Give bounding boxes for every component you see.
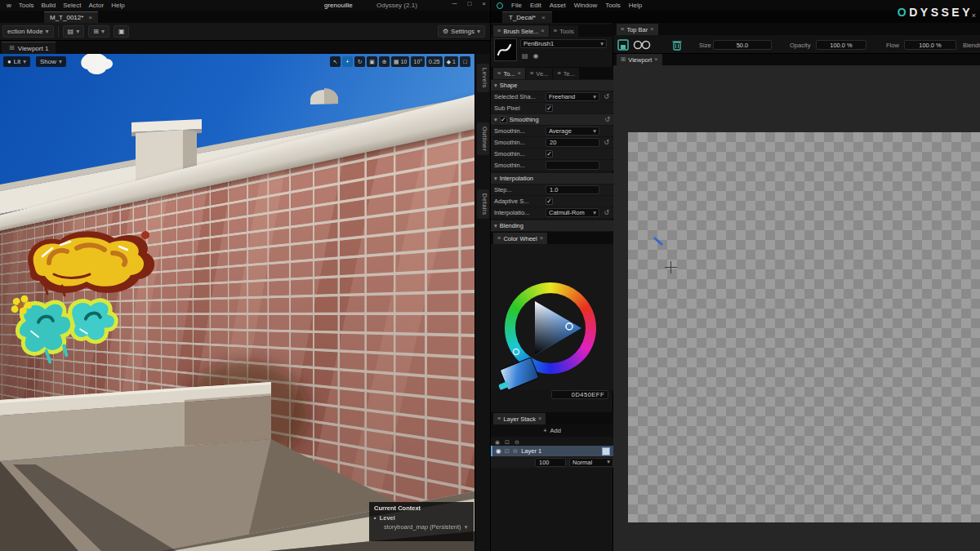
adaptive-checkbox[interactable]: ✓ <box>546 198 553 205</box>
close-icon[interactable]: × <box>482 1 486 7</box>
layer-row[interactable]: ◉ ⊡ ⊖ Layer 1 <box>491 446 613 456</box>
paint-mode-button[interactable]: ▤ ▾ <box>63 25 85 38</box>
sub-tab-texture[interactable]: ≡ Te... <box>553 68 579 79</box>
sub-pixel-checkbox[interactable]: ✓ <box>546 104 553 112</box>
layer-blend-dropdown[interactable]: Normal ▾ <box>569 458 613 467</box>
grid-snap-button[interactable]: ▦ 10 <box>391 56 409 67</box>
section-shape[interactable]: ▾ Shape <box>491 80 613 91</box>
tab-2d-viewport[interactable]: ⊞ Viewport × <box>617 54 662 65</box>
tab-viewport-1[interactable]: ⊞ Viewport 1 <box>2 42 56 54</box>
sidetab-levels[interactable]: Levels <box>477 64 489 92</box>
smoothing-amount-input[interactable]: 20 <box>546 138 599 147</box>
tab-tools[interactable]: ≡ Tools <box>550 25 578 37</box>
trash-icon[interactable] <box>670 38 684 51</box>
smoothing-option-checkbox[interactable]: ✓ <box>546 150 553 158</box>
menu-item-tools[interactable]: Tools <box>605 2 621 9</box>
layer-opacity-input[interactable]: 100 <box>535 458 566 467</box>
minimize-icon[interactable]: ─ <box>452 1 457 7</box>
menu-item-edit[interactable]: Edit <box>530 2 541 9</box>
reset-icon[interactable]: ↺ <box>602 94 609 100</box>
close-icon[interactable]: × <box>654 56 657 63</box>
close-icon[interactable]: × <box>88 15 92 21</box>
sidetab-details[interactable]: Details <box>477 189 489 219</box>
section-blending[interactable]: ▾ Blending <box>491 220 613 231</box>
brush-opacity-input[interactable]: 100.0 % <box>816 40 866 50</box>
select-tool-button[interactable]: ↖ <box>330 56 341 67</box>
close-icon[interactable]: × <box>541 28 544 34</box>
smoothing-type-dropdown[interactable]: Average ▾ <box>546 127 599 136</box>
close-icon[interactable]: × <box>541 15 546 21</box>
brush-size-input[interactable]: 50.0 <box>713 40 772 50</box>
reset-icon[interactable]: ↺ <box>603 117 610 123</box>
transparency-checkerboard[interactable] <box>628 132 980 522</box>
menu-item-tools[interactable]: Tools <box>19 2 34 9</box>
menu-item[interactable]: w <box>7 2 11 9</box>
add-layer-button[interactable]: + Add <box>491 424 613 437</box>
restore-icon[interactable]: □ <box>467 1 471 7</box>
color-wheel-tabstrip: ≡ Color Wheel × <box>491 232 613 244</box>
tab-layer-stack[interactable]: ≡ Layer Stack × <box>493 413 546 424</box>
sidetab-outliner[interactable]: Outliner <box>477 122 489 155</box>
brush-shapes-icon[interactable] <box>633 38 651 51</box>
maximize-viewport-button[interactable]: □ <box>460 56 470 67</box>
folder-icon[interactable]: ▤ <box>522 53 528 60</box>
close-icon[interactable]: × <box>538 415 541 422</box>
tab-color-wheel[interactable]: ≡ Color Wheel × <box>493 233 547 244</box>
menu-item-build[interactable]: Build <box>41 2 56 9</box>
paint-canvas[interactable] <box>613 65 980 551</box>
layer-visibility-toggle[interactable]: ◉ <box>496 448 501 455</box>
sub-tab-vector[interactable]: ≡ Ve... <box>526 68 552 79</box>
menu-item-actor[interactable]: Actor <box>89 2 105 9</box>
show-menu-button[interactable]: Show ▾ <box>36 56 66 67</box>
hex-color-field[interactable]: 0D450EFF <box>551 390 608 399</box>
section-interpolation[interactable]: ▾ Interpolation <box>491 173 613 184</box>
selected-shape-dropdown[interactable]: Freehand ▾ <box>546 92 599 101</box>
tab-brush-selector[interactable]: ≡ Brush Sele... × <box>493 25 549 37</box>
lit-mode-button[interactable]: ● Lit ▾ <box>3 56 30 67</box>
sub-tab-tools[interactable]: ≡ To... × <box>493 68 525 79</box>
step-input[interactable]: 1.0 <box>546 185 599 194</box>
move-tool-button[interactable]: + <box>342 56 353 67</box>
section-smoothing[interactable]: ▾ ✓ Smoothing ↺ <box>491 114 613 125</box>
camera-speed-button[interactable]: ◆ 1 <box>444 56 458 67</box>
smoothing-extra-input[interactable] <box>546 161 599 170</box>
brush-flow-input[interactable]: 100.0 % <box>904 40 956 50</box>
save-brush-icon[interactable] <box>617 38 630 51</box>
brush-mode-button[interactable]: ▣ <box>114 25 130 38</box>
hue-cursor[interactable] <box>514 349 519 355</box>
close-icon[interactable]: × <box>650 26 653 33</box>
reset-icon[interactable]: ↺ <box>602 210 609 216</box>
asset-tab-material[interactable]: M_T_0012* × <box>44 11 98 23</box>
interpolation-dropdown[interactable]: Catmull-Rom ▾ <box>546 208 599 217</box>
section-label: Interpolation <box>500 175 533 182</box>
menu-item-window[interactable]: Window <box>574 2 597 9</box>
scale-snap-button[interactable]: 0.25 <box>426 56 443 67</box>
menu-item-asset[interactable]: Asset <box>550 2 566 9</box>
menu-item-help[interactable]: Help <box>629 2 642 9</box>
reset-icon[interactable]: ↺ <box>602 140 609 146</box>
close-icon[interactable]: × <box>540 235 543 242</box>
eye-icon[interactable]: ◉ <box>533 53 539 60</box>
layer-remove-button[interactable]: ⊖ <box>513 448 518 455</box>
paint-icon: ▤ <box>68 29 74 35</box>
layer-lock-toggle[interactable]: ⊡ <box>505 448 510 455</box>
level-3d-viewport[interactable]: ● Lit ▾ Show ▾ ↖ + ↻ ▣ ⊕ ▦ 10 10° 0.25 <box>0 54 474 551</box>
level-selector[interactable]: storyboard_map (Persistent) ▾ <box>374 523 469 531</box>
close-icon[interactable]: × <box>518 70 521 77</box>
smoothing-checkbox[interactable]: ✓ <box>500 116 507 123</box>
world-space-button[interactable]: ⊕ <box>379 56 390 67</box>
settings-button[interactable]: ⚙ Settings ▾ <box>438 25 485 38</box>
menu-item-file[interactable]: File <box>511 2 522 9</box>
menu-item-select[interactable]: Select <box>63 2 81 9</box>
rotation-snap-button[interactable]: 10° <box>411 56 425 67</box>
brush-preset-dropdown[interactable]: PenBrush1 ▾ <box>520 39 607 48</box>
scale-tool-button[interactable]: ▣ <box>367 56 377 67</box>
doc-tab-t-decal[interactable]: T_Decal* × <box>502 11 552 23</box>
rotate-tool-button[interactable]: ↻ <box>354 56 365 67</box>
sv-triangle[interactable] <box>505 282 596 374</box>
tab-top-bar[interactable]: ≡ Top Bar × <box>617 24 658 35</box>
menu-item-help[interactable]: Help <box>111 2 124 9</box>
selection-mode-dropdown[interactable]: ection Mode ▾ <box>2 25 54 38</box>
grid-mode-button[interactable]: ⊞ ▾ <box>88 25 109 38</box>
brush-preview[interactable] <box>494 38 517 61</box>
